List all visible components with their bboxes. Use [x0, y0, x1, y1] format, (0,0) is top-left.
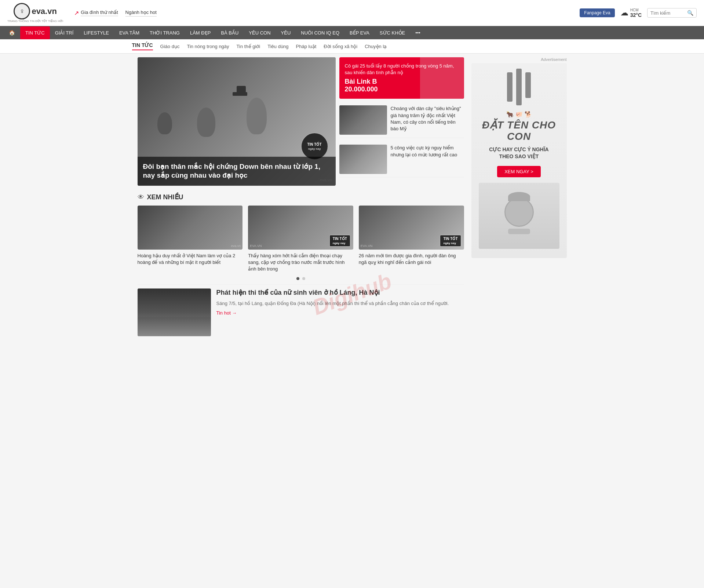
logo-text: eva.vn — [32, 7, 57, 16]
hero-top-link: Bài Link B — [345, 78, 459, 86]
dot-2[interactable] — [302, 277, 305, 280]
nav-item-bep-eva[interactable]: BẾP EVA — [344, 26, 375, 39]
hero-main-article[interactable]: eva.vn TIN TỐT ngày nay Đôi bạn thân mắc… — [138, 57, 336, 186]
hero-top-article[interactable]: Cô gái 25 tuổi lấy 8 người chồng trong v… — [339, 57, 464, 99]
ad-baby-image — [479, 183, 559, 249]
weather-widget: ☁ HCM 32°C — [620, 8, 642, 18]
xem-nhieu-item-1[interactable]: eva.vn Hoàng hậu duy nhất ở Việt Nam làm… — [138, 206, 243, 273]
nav-item-suc-khoe[interactable]: SỨC KHỎE — [375, 26, 410, 39]
nav-item-lam-dep[interactable]: LÀM ĐẸP — [185, 26, 216, 39]
sidebar: Advertisement 🐂 🐖 🐕 ĐẶT TÊN CHO CON CỰC … — [471, 57, 567, 340]
xem-nhieu-title-2: Thấy hàng xóm hớt hải cắm điện thoại chạ… — [248, 253, 353, 273]
subnav-phap-luat[interactable]: Pháp luật — [296, 44, 317, 49]
header-link-1[interactable]: Gia đình thứ nhất — [81, 10, 118, 16]
logo-subtitle: TRANG THÔNG TIN ĐỜI TỐT TIẾNG HƠI — [7, 19, 63, 23]
xem-nhieu-title-1: Hoàng hậu duy nhất ở Việt Nam làm vợ của… — [138, 253, 243, 266]
nav-home[interactable]: 🏠 — [4, 26, 20, 39]
ad-subtitle: CỰC HAY CỰC Ý NGHĨATHEO SAO VIỆT — [489, 146, 548, 160]
xem-nhieu-title-3: 26 năm mới tìm được gia đình, người đàn … — [359, 253, 464, 266]
dot-1[interactable] — [296, 277, 299, 280]
search-input[interactable] — [650, 10, 687, 16]
nav-item-lifestyle[interactable]: LIFESTYLE — [79, 26, 114, 39]
nav-item-eva-tam[interactable]: EVA TÂM — [114, 26, 145, 39]
tin-tot-badge: TIN TỐT ngày nay — [301, 133, 328, 160]
bottom-article-title: Phát hiện thi thể của nữ sinh viên ở hồ … — [216, 288, 464, 297]
nav-item-tin-tuc[interactable]: TIN TỨC — [20, 26, 50, 39]
ad-text: Advertisement — [471, 57, 567, 62]
bottom-article-image — [138, 288, 211, 336]
weather-city: HCM — [630, 8, 642, 12]
logo[interactable]: ♀ eva.vn TRANG THÔNG TIN ĐỜI TỐT TIẾNG H… — [7, 3, 63, 23]
hero-top-title: Cô gái 25 tuổi lấy 8 người chồng trong v… — [345, 63, 459, 76]
hero-section: eva.vn TIN TỐT ngày nay Đôi bạn thân mắc… — [138, 57, 464, 186]
xem-nhieu-section: 👁 XEM NHIỀU eva.vn Hoàng hậu duy nhất ở … — [138, 193, 464, 280]
hero-caption: Đôi bạn thân mắc hội chứng Down bên nhau… — [138, 157, 336, 186]
header-link-2[interactable]: Ngành học hot — [125, 10, 157, 17]
nav-item-yeu[interactable]: YÊU — [276, 26, 296, 39]
bottom-article[interactable]: Phát hiện thi thể của nữ sinh viên ở hồ … — [138, 284, 464, 340]
hero-main-title: Đôi bạn thân mắc hội chứng Down bên nhau… — [143, 162, 330, 180]
nav-item-giai-tri[interactable]: GIẢI TRÍ — [50, 26, 79, 39]
bottom-article-content: Phát hiện thi thể của nữ sinh viên ở hồ … — [216, 288, 464, 316]
xem-nhieu-grid: eva.vn Hoàng hậu duy nhất ở Việt Nam làm… — [138, 206, 464, 273]
bottom-article-desc: Sáng 7/5, tại hồ Láng, quận Đống Đa (Hà … — [216, 300, 464, 307]
header: ♀ eva.vn TRANG THÔNG TIN ĐỜI TỐT TIẾNG H… — [0, 0, 704, 26]
weather-temp: 32°C — [630, 12, 642, 18]
section-header: 👁 XEM NHIỀU — [138, 193, 464, 201]
eye-icon: 👁 — [138, 193, 144, 201]
header-right: Fanpage Eva ☁ HCM 32°C 🔍 — [580, 8, 697, 18]
nav-item-nuoi-con[interactable]: NUÔI CON IQ EQ — [296, 26, 344, 39]
subnav-tin-the-gioi[interactable]: Tin thế giới — [237, 44, 260, 49]
subnav-tin-nong[interactable]: Tin nóng trong ngày — [187, 44, 229, 49]
xem-nhieu-item-2[interactable]: TIN TỐTngày nay EVA.VN Thấy hàng xóm hớt… — [248, 206, 353, 273]
xem-nhieu-item-3[interactable]: TIN TỐTngày nay EVA.VN 26 năm mới tìm đư… — [359, 206, 464, 273]
ad-title: ĐẶT TÊN CHO CON — [479, 120, 559, 142]
subnav-doi-song[interactable]: Đời sống xã hội — [324, 44, 357, 49]
hero-side: Cô gái 25 tuổi lấy 8 người chồng trong v… — [339, 57, 464, 186]
main-nav: 🏠 TIN TỨC GIẢI TRÍ LIFESTYLE EVA TÂM THỜ… — [0, 26, 704, 39]
main-content: eva.vn TIN TỐT ngày nay Đôi bạn thân mắc… — [132, 54, 572, 344]
nav-item-ba-bau[interactable]: BÀ BẦU — [216, 26, 244, 39]
hero-small-article-1[interactable]: Choáng với dàn cây "siêu khủng" giá hàng… — [339, 102, 464, 138]
subnav-tieu-dung[interactable]: Tiêu dùng — [267, 44, 288, 49]
nav-item-yeu-con[interactable]: YÊU CON — [244, 26, 276, 39]
content-area: eva.vn TIN TỐT ngày nay Đôi bạn thân mắc… — [138, 57, 464, 340]
hero-small-article-2[interactable]: 5 công việc cực kỳ nguy hiểm nhưng lại c… — [339, 142, 464, 177]
search-box[interactable]: 🔍 — [647, 8, 697, 18]
hero-small-title-2: 5 công việc cực kỳ nguy hiểm nhưng lại c… — [391, 145, 464, 158]
subnav-chuyen-la[interactable]: Chuyện lạ — [365, 44, 387, 49]
nav-item-more[interactable]: ••• — [410, 26, 426, 39]
subnav-title: TIN TỨC — [132, 42, 153, 50]
hero-top-value: 20.000.000 — [345, 86, 459, 93]
ad-banner[interactable]: 🐂 🐖 🐕 ĐẶT TÊN CHO CON CỰC HAY CỰC Ý NGHĨ… — [471, 63, 567, 258]
subnav-giao-duc[interactable]: Giáo dục — [160, 44, 180, 49]
nav-item-thoi-trang[interactable]: THỜI TRANG — [145, 26, 185, 39]
header-links: ↗ Gia đình thứ nhất Ngành học hot — [74, 10, 580, 17]
pagination-dots — [138, 277, 464, 280]
hero-small-title-1: Choáng với dàn cây "siêu khủng" giá hàng… — [391, 105, 464, 132]
ad-cta-button[interactable]: XEM NGAY > — [497, 166, 541, 177]
search-icon[interactable]: 🔍 — [687, 10, 693, 16]
fanpage-button[interactable]: Fanpage Eva — [580, 8, 614, 17]
weather-icon: ☁ — [620, 8, 628, 18]
tin-hot-link[interactable]: Tin hot → — [216, 310, 237, 316]
xem-nhieu-title: XEM NHIỀU — [147, 193, 183, 201]
